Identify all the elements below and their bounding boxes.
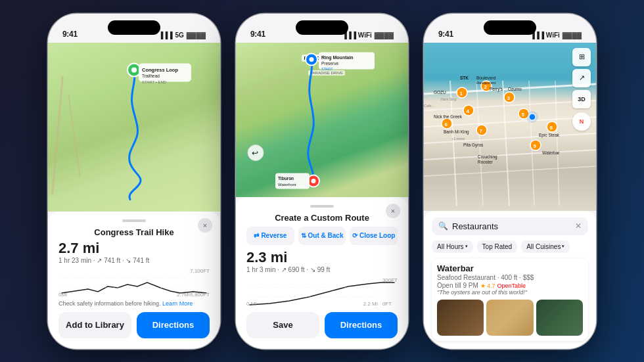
time-1: 9:41 (62, 30, 78, 39)
status-icons-2: ▐▐▐ WiFi ▓▓▓▓ (342, 32, 394, 39)
trail-svg: Congress Loop Trailhead START • END (48, 43, 220, 212)
elevation-low-2: 0FT (382, 301, 398, 307)
svg-line-26 (424, 133, 596, 143)
svg-point-1 (131, 67, 137, 72)
x-start-1: 0MI (58, 292, 67, 298)
svg-text:Restaurant: Restaurant (476, 81, 496, 85)
svg-text:Rooster: Rooster (478, 160, 494, 164)
svg-text:Waterfront: Waterfront (278, 182, 296, 186)
compass-btn[interactable]: ↗ (572, 69, 591, 87)
svg-text:GOZU: GOZU (434, 90, 446, 95)
status-icons-3: ▐▐▐ WiFi ▓▓▓▓ (530, 32, 582, 39)
clear-search-icon[interactable]: ✕ (575, 221, 582, 231)
elevation-low: 6,800FT (190, 292, 210, 298)
svg-text:START: START (321, 66, 333, 70)
restaurant-result[interactable]: Waterbar Seafood Restaurant · 400 ft · $… (432, 258, 588, 341)
svg-point-15 (311, 179, 316, 183)
learn-more-link[interactable]: Learn More (162, 300, 193, 307)
svg-text:Ozumo: Ozumo (508, 87, 522, 91)
search-text: Restaurants (452, 221, 571, 231)
x-end-2: 2.2 MI (363, 301, 378, 307)
phone-trail: 9:41 ▐▐▐ 5G ▓▓▓▓ (48, 14, 220, 349)
svg-text:STK: STK (460, 76, 469, 80)
chart-axis-2: 0 MI 2.2 MI (246, 301, 378, 307)
restaurant-type: Seafood Restaurant · 400 ft · $$$ (437, 274, 583, 281)
close-btn-1[interactable]: × (198, 218, 212, 233)
elevation-labels: 7,100FT 6,800FT (190, 268, 210, 298)
directions-button-1[interactable]: Directions (137, 312, 210, 338)
svg-line-28 (424, 166, 596, 176)
wifi-icon-3: ▐▐▐ WiFi (530, 32, 560, 39)
compass[interactable]: N (572, 112, 591, 131)
restaurant-photos (437, 300, 583, 336)
restaurant-open: Open till 9 PM ★ 4.7 OpenTable (437, 282, 583, 289)
dynamic-island-3 (484, 20, 536, 35)
svg-point-9 (310, 57, 314, 62)
map-custom: PARADISE PARADISE DRIVE Ring Mountain Pr… (236, 43, 408, 197)
filter-hours[interactable]: All Hours ▾ (432, 240, 473, 253)
battery-icon-2: ▓▓▓▓ (375, 32, 394, 39)
filter-cuisines-label: All Cuisines (526, 243, 561, 250)
close-btn-2[interactable]: × (386, 204, 400, 218)
3d-btn[interactable]: 3D (572, 90, 591, 108)
svg-text:Banh Mi King: Banh Mi King (444, 129, 469, 135)
reverse-button[interactable]: ⇄ Reverse (246, 227, 294, 245)
elevation-labels-2: 300FT 0FT (382, 277, 398, 307)
custom-route-card: × Create a Custom Route ⇄ Reverse ⇅ Out … (236, 197, 408, 349)
search-bar[interactable]: 🔍 Restaurants ✕ (432, 217, 588, 235)
map-icon-btn[interactable]: ⊞ (572, 48, 591, 66)
chevron-cuisines-icon: ▾ (562, 244, 564, 249)
svg-text:Tiburon: Tiburon (278, 175, 294, 180)
safety-note: Check safety information before hiking. … (58, 300, 210, 307)
custom-distance: 2.3 mi (246, 250, 398, 265)
filter-top-rated[interactable]: Top Rated (477, 240, 518, 253)
city-grid-svg: 1 2 3 4 5 6 7 8 9 (424, 43, 596, 211)
svg-text:Crouching: Crouching (478, 154, 497, 160)
search-icon: 🔍 (438, 221, 448, 231)
trail-map-bg: Congress Loop Trailhead START • END (48, 43, 220, 212)
custom-title: Create a Custom Route (246, 213, 398, 223)
elevation-chart-2: 300FT 0FT 0 MI 2.2 MI (246, 277, 398, 307)
map-controls: ⊞ ↗ 3D N (572, 48, 591, 131)
scene: 9:41 ▐▐▐ 5G ▓▓▓▓ (0, 0, 644, 362)
restaurant-quote: "The oysters are out of this world!" (437, 289, 583, 296)
phone-custom-route: 9:41 ▐▐▐ WiFi ▓▓▓▓ PARADISE PARADISE DRI… (236, 14, 408, 349)
svg-text:Cafe...: Cafe... (424, 104, 435, 108)
save-button[interactable]: Save (246, 312, 319, 338)
svg-point-53 (526, 111, 538, 123)
network-label-1: 5G (175, 32, 183, 39)
photo-1 (437, 300, 484, 336)
reverse-label: Reverse (261, 232, 287, 239)
elevation-chart-1: 7,100FT 6,800FT 0MI 2.7MI (58, 268, 210, 298)
photo-3 (536, 300, 583, 336)
out-back-button[interactable]: ⇅ Out & Back (298, 227, 346, 245)
svg-text:+1 more: +1 more (451, 137, 465, 141)
trail-card: × Congress Trail Hike 2.7 mi 1 hr 23 min… (48, 212, 220, 349)
close-loop-button[interactable]: ⟳ Close Loop (350, 227, 398, 245)
svg-text:3: 3 (507, 95, 511, 101)
trail-distance: 2.7 mi (58, 241, 210, 256)
wifi-icon-2: ▐▐▐ WiFi (342, 32, 372, 39)
dynamic-island-2 (296, 20, 348, 35)
signal-icon-1: ▐▐▐ (158, 32, 172, 39)
svg-text:Congress Loop: Congress Loop (142, 66, 178, 72)
x-end-1: 2.7MI (177, 292, 190, 298)
svg-text:Perry's: Perry's (490, 87, 503, 92)
custom-map-bg: PARADISE PARADISE DRIVE Ring Mountain Pr… (236, 43, 408, 197)
svg-text:8: 8 (550, 125, 553, 131)
time-2: 9:41 (250, 30, 265, 39)
restaurant-map-bg: 1 2 3 4 5 6 7 8 9 (424, 43, 596, 211)
map-restaurants: 1 2 3 4 5 6 7 8 9 (424, 43, 596, 211)
pill-handle-2 (310, 205, 334, 208)
out-back-label: Out & Back (308, 232, 344, 239)
dynamic-island (108, 20, 160, 35)
opentable-label: OpenTable (497, 283, 526, 289)
add-to-library-button[interactable]: Add to Library (58, 312, 131, 338)
restaurant-card: 🔍 Restaurants ✕ All Hours ▾ Top Rated Al… (424, 211, 596, 349)
svg-text:4: 4 (467, 108, 470, 114)
pill-handle-1 (122, 219, 146, 222)
directions-button-2[interactable]: Directions (325, 312, 398, 338)
filter-cuisines[interactable]: All Cuisines ▾ (521, 240, 570, 253)
filter-top-rated-label: Top Rated (482, 243, 513, 250)
status-icons-1: ▐▐▐ 5G ▓▓▓▓ (158, 32, 206, 39)
